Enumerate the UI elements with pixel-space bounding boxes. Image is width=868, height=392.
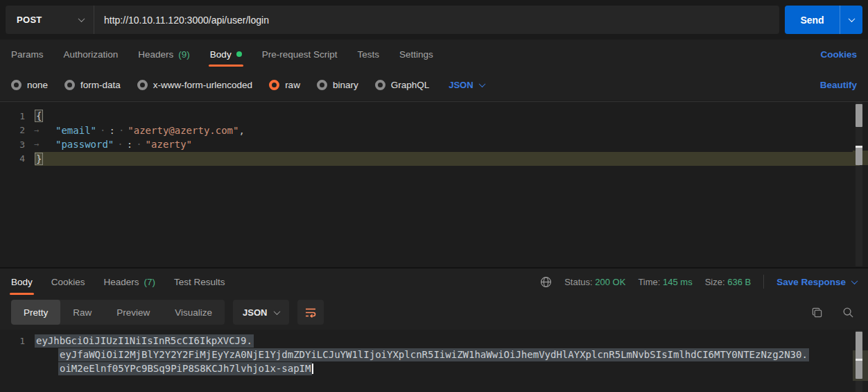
chevron-down-icon xyxy=(848,15,855,22)
method-select[interactable]: POST xyxy=(6,6,94,34)
response-language-select[interactable]: JSON xyxy=(233,300,288,325)
mode-form-data[interactable]: form-data xyxy=(64,80,121,90)
request-url-bar: POST Send xyxy=(0,0,868,40)
cookies-link[interactable]: Cookies xyxy=(820,49,857,60)
copy-icon xyxy=(811,307,823,318)
editor-line: 1 { xyxy=(0,109,860,123)
radio-icon xyxy=(11,80,21,90)
close-brace: } xyxy=(35,153,43,165)
mode-none[interactable]: none xyxy=(11,80,48,90)
tab-headers[interactable]: Headers (9) xyxy=(138,40,190,69)
tab-whitespace-icon: → xyxy=(34,139,39,149)
line-number: 2 xyxy=(0,125,35,135)
body-modified-dot-icon xyxy=(236,51,242,57)
mode-raw[interactable]: raw xyxy=(269,80,300,90)
space-dot-icon: · xyxy=(100,125,105,136)
json-key: "password" xyxy=(55,139,114,150)
response-header: Body Cookies Headers (7) Test Results St… xyxy=(0,269,868,295)
method-label: POST xyxy=(17,15,42,25)
body-mode-row: none form-data x-www-form-urlencoded raw… xyxy=(0,69,868,101)
wrap-lines-icon xyxy=(304,306,317,318)
editor-current-line: 4 } xyxy=(0,152,860,167)
size-value: 636 B xyxy=(727,277,751,287)
request-body-editor[interactable]: 1 { 2 → "email" · : · "azerty@azerty.com… xyxy=(0,101,868,267)
url-group: POST xyxy=(6,6,779,34)
text-cursor xyxy=(312,364,313,374)
response-scrollbar-cursor-mark xyxy=(856,359,862,361)
headers-count: (9) xyxy=(178,49,190,60)
send-options-button[interactable] xyxy=(840,6,862,34)
view-pretty[interactable]: Pretty xyxy=(11,300,60,325)
response-body-viewer[interactable]: 1 eyJhbGciOiJIUzI1NiIsInR5cCI6IkpXVCJ9. … xyxy=(0,330,868,392)
response-line-wrapped: oiM2eElnf05YPc9BSq9PiP8S8KCJh7lvhjo1x-sa… xyxy=(0,361,860,375)
tab-tests[interactable]: Tests xyxy=(357,40,379,69)
response-line-wrapped: eyJfaWQiOiI2MjBlY2Y2Y2FiMjEyYzA0NjE1Yjdm… xyxy=(0,348,860,361)
network-globe-icon[interactable] xyxy=(540,276,552,288)
space-dot-icon: · xyxy=(136,139,141,150)
view-preview[interactable]: Preview xyxy=(104,300,162,325)
search-response-button[interactable] xyxy=(842,307,854,318)
tab-settings[interactable]: Settings xyxy=(399,40,433,69)
divider xyxy=(763,275,764,289)
body-language-select[interactable]: JSON xyxy=(449,80,484,90)
mode-x-www-form-urlencoded[interactable]: x-www-form-urlencoded xyxy=(137,80,252,90)
response-headers-count: (7) xyxy=(144,277,156,287)
radio-icon xyxy=(137,80,148,90)
space-dot-icon: · xyxy=(119,125,124,136)
response-scrollbar-thumb[interactable] xyxy=(856,332,862,379)
active-tab-underline xyxy=(209,65,243,67)
json-value: "azerty@azerty.com" xyxy=(128,125,238,136)
radio-icon xyxy=(64,80,75,90)
status-field: Status: 200 OK xyxy=(564,277,625,287)
editor-scrollbar-cursor-thumb[interactable] xyxy=(856,147,862,165)
response-tab-body[interactable]: Body xyxy=(11,269,33,295)
line-number: 4 xyxy=(0,153,35,164)
size-field: Size: 636 B xyxy=(705,277,752,287)
response-tab-cookies[interactable]: Cookies xyxy=(51,269,85,295)
json-value: "azerty" xyxy=(146,139,192,150)
view-raw[interactable]: Raw xyxy=(60,300,104,325)
tab-whitespace-icon: → xyxy=(34,126,39,135)
time-value: 145 ms xyxy=(663,277,693,287)
mode-binary[interactable]: binary xyxy=(317,80,358,90)
send-label[interactable]: Send xyxy=(785,6,840,34)
tab-authorization[interactable]: Authorization xyxy=(64,40,119,69)
radio-icon xyxy=(375,80,385,90)
chevron-down-icon xyxy=(478,80,485,87)
jwt-token-part-3: oiM2eElnf05YPc9BSq9PiP8S8KCJh7lvhjo1x-sa… xyxy=(58,362,312,375)
status-value: 200 OK xyxy=(595,277,625,287)
chevron-down-icon xyxy=(273,308,280,315)
copy-response-button[interactable] xyxy=(811,307,823,318)
search-icon xyxy=(842,307,854,318)
tab-body[interactable]: Body xyxy=(210,40,242,69)
response-tab-test-results[interactable]: Test Results xyxy=(174,269,225,295)
tab-params[interactable]: Params xyxy=(11,40,44,69)
request-tabs: Params Authorization Headers (9) Body Pr… xyxy=(0,40,868,69)
response-tab-headers[interactable]: Headers (7) xyxy=(104,269,156,295)
tab-pre-request-script[interactable]: Pre-request Script xyxy=(262,40,338,69)
jwt-token-part-1: eyJhbGciOiJIUzI1NiIsInR5cCI6IkpXVCJ9. xyxy=(35,334,254,348)
chevron-down-icon xyxy=(78,15,85,22)
line-number: 3 xyxy=(0,139,35,150)
editor-scrollbar-thumb[interactable] xyxy=(856,104,862,127)
editor-line: 2 → "email" · : · "azerty@azerty.com" , xyxy=(0,123,860,138)
response-view-switcher: Pretty Raw Preview Visualize xyxy=(11,300,225,325)
mode-graphql[interactable]: GraphQL xyxy=(375,80,430,90)
save-response-button[interactable]: Save Response xyxy=(776,277,862,287)
view-visualize[interactable]: Visualize xyxy=(162,300,225,325)
beautify-link[interactable]: Beautify xyxy=(820,80,857,90)
line-number: 1 xyxy=(0,336,35,346)
chevron-down-icon xyxy=(851,278,858,284)
response-toolbar: Pretty Raw Preview Visualize JSON xyxy=(0,295,868,330)
jwt-token-part-2: eyJfaWQiOiI2MjBlY2Y2Y2FiMjEyYzA0NjE1Yjdm… xyxy=(58,348,809,361)
send-button[interactable]: Send xyxy=(785,6,862,34)
editor-line: 3 → "password" · : · "azerty" xyxy=(0,137,860,152)
space-dot-icon: · xyxy=(117,139,123,150)
response-line: 1 eyJhbGciOiJIUzI1NiIsInR5cCI6IkpXVCJ9. xyxy=(0,334,860,348)
wrap-lines-button[interactable] xyxy=(297,300,324,325)
radio-selected-icon xyxy=(269,80,279,90)
open-brace: { xyxy=(35,110,43,122)
url-input[interactable] xyxy=(94,6,779,34)
radio-icon xyxy=(317,80,327,90)
json-key: "email" xyxy=(55,125,96,136)
